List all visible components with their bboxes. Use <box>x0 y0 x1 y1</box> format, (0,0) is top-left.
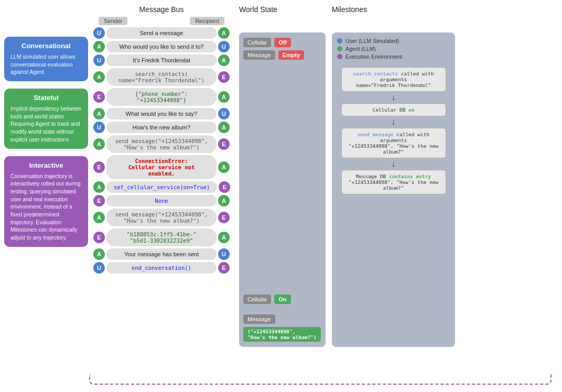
left-avatar-7: A <box>93 138 105 150</box>
world-state-content: Cellular Off Message Empty Cellular On M… <box>239 32 326 347</box>
left-avatar-8: E <box>93 161 105 173</box>
left-avatar-12: E <box>93 232 105 243</box>
milestones-title: Milestones <box>332 5 367 14</box>
legend-item-2: Execution Environment <box>337 53 450 60</box>
left-avatar-10: E <box>93 195 105 206</box>
ws-message-label-final: Message <box>243 314 275 324</box>
right-avatar-10: A <box>218 195 230 206</box>
ws-cellular-label-initial: Cellular <box>243 38 271 47</box>
left-avatar-13: A <box>93 248 105 260</box>
conversational-box: Conversational LLM simulated user allows… <box>4 37 88 81</box>
message-bubble-7: send_message("+12453344098", "How's the … <box>106 135 217 153</box>
message-row-9: Aset_cellular_service(on=True)E <box>93 181 230 193</box>
legend-item-1: Agent (LLM) <box>337 46 450 52</box>
right-avatar-5: U <box>218 108 230 119</box>
left-avatar-14: U <box>93 262 105 274</box>
legend-label-0: User (LLM Simulated) <box>345 38 399 44</box>
right-avatar-12: A <box>218 232 230 243</box>
message-row-13: AYour message has been sentU <box>93 248 230 260</box>
message-row-14: Uend_conversation()E <box>93 262 230 274</box>
ws-row-final: Message ("+12453344098", "How's the new … <box>243 314 321 342</box>
milestone-node-1: Cellular DB on <box>341 103 446 116</box>
ws-row-mid: Cellular On <box>243 295 321 304</box>
main-container: Conversational LLM simulated user allows… <box>0 0 562 392</box>
right-avatar-8: A <box>218 161 230 173</box>
left-avatar-3: A <box>93 71 105 83</box>
legend-dot-green <box>337 46 342 51</box>
stateful-title: Stateful <box>10 94 82 102</box>
ws-message-label-initial: Message <box>243 50 275 60</box>
legend-item-0: User (LLM Simulated) <box>337 38 450 44</box>
right-avatar-0: A <box>218 27 230 39</box>
legend-dot-purple <box>337 54 342 59</box>
ws-message-value-initial: Empty <box>278 50 305 60</box>
milestones-content: User (LLM Simulated)Agent (LLM)Execution… <box>332 32 455 347</box>
message-bubble-9: set_cellular_service(on=True) <box>106 181 217 193</box>
message-row-8: EConnectionError: Cellular service not e… <box>93 155 230 179</box>
message-bubble-6: How's the new album? <box>106 122 217 133</box>
right-avatar-6: A <box>218 122 230 133</box>
message-bubble-14: end_conversation() <box>106 262 217 274</box>
message-row-5: AWhat would you like to say?U <box>93 108 230 119</box>
left-avatar-6: U <box>93 122 105 133</box>
recipient-label: Recipient <box>190 17 224 25</box>
sender-recipient-row: Sender Recipient <box>99 17 224 25</box>
left-avatar-0: U <box>93 27 105 39</box>
message-bubble-3: search_contacts( name="Fredrik Thordenda… <box>106 68 217 86</box>
message-bubble-5: What would you like to say? <box>106 108 217 119</box>
right-avatar-9: E <box>219 181 230 193</box>
left-avatar-2: U <box>93 55 105 66</box>
ws-cellular-value-initial: Off <box>274 38 291 47</box>
message-row-6: UHow's the new album?A <box>93 122 230 133</box>
message-row-1: AWho would you like to send it to?U <box>93 41 230 52</box>
message-row-3: Asearch_contacts( name="Fredrik Thordend… <box>93 68 230 86</box>
message-bubble-13: Your message has been sent <box>106 248 217 260</box>
conversational-title: Conversational <box>10 42 82 50</box>
left-avatar-4: E <box>93 91 105 103</box>
milestone-arrow-0: ↓ <box>392 92 396 103</box>
message-row-10: ENoneA <box>93 195 230 206</box>
sender-label: Sender <box>99 17 127 25</box>
stateful-text: Implicit dependency between tools and wo… <box>10 105 82 143</box>
message-bubble-10: None <box>106 195 217 206</box>
ws-cellular-value-mid: On <box>274 295 290 304</box>
message-bubble-1: Who would you like to send it to? <box>106 41 217 52</box>
message-row-11: Asend_message("+12453344098", "How's the… <box>93 209 230 226</box>
message-bubble-0: Send a message <box>106 27 217 39</box>
left-avatar-5: A <box>93 108 105 119</box>
milestones-panel: Milestones User (LLM Simulated)Agent (LL… <box>327 5 455 387</box>
left-panel: Conversational LLM simulated user allows… <box>4 5 88 387</box>
right-avatar-2: A <box>218 55 230 66</box>
milestone-node-3: Message DB contains entry "+12453344098"… <box>341 170 446 194</box>
legend-dot-blue <box>337 38 342 43</box>
message-row-12: E"b188053c-1ff5-41be-" "b5d1-3302832232e… <box>93 228 230 246</box>
left-avatar-9: A <box>93 181 105 193</box>
milestone-arrow-1: ↓ <box>392 116 396 128</box>
interactive-box: Interactive Conversation trajectory is i… <box>4 156 88 247</box>
right-avatar-1: U <box>218 41 230 52</box>
legend: User (LLM Simulated)Agent (LLM)Execution… <box>337 38 450 60</box>
right-avatar-11: E <box>218 212 230 223</box>
message-bubble-12: "b188053c-1ff5-41be-" "b5d1-3302832232e9… <box>106 228 217 246</box>
right-avatar-4: A <box>218 91 230 103</box>
right-avatar-13: U <box>218 248 230 260</box>
right-avatar-14: E <box>218 262 230 274</box>
message-row-4: E{"phone_number": "+12453344098"}A <box>93 88 230 106</box>
world-state-title: World State <box>239 5 277 14</box>
ws-message-value-final: ("+12453344098", "How's the new album?") <box>243 327 321 342</box>
legend-label-2: Execution Environment <box>345 53 402 60</box>
right-avatar-3: E <box>218 71 230 83</box>
left-avatar-1: A <box>93 41 105 52</box>
message-bubble-4: {"phone_number": "+12453344098"} <box>106 88 217 106</box>
message-row-7: Asend_message("+12453344098", "How's the… <box>93 135 230 153</box>
message-bubble-11: send_message("+12453344098", "How's the … <box>106 209 217 226</box>
milestone-node-0: search_contacts called with argumentsnam… <box>341 67 446 92</box>
message-list: USend a messageAAWho would you like to s… <box>93 27 230 274</box>
message-bus-panel: Message Bus Sender Recipient USend a mes… <box>88 5 235 387</box>
message-row-2: UIt's Fredrik ThordendalA <box>93 55 230 66</box>
conversational-text: LLM simulated user allows conversational… <box>10 53 82 76</box>
ws-row-initial: Cellular Off Message Empty <box>243 38 321 60</box>
stateful-box: Stateful Implicit dependency between too… <box>4 89 88 148</box>
message-bus-title: Message Bus <box>139 5 184 14</box>
milestone-arrow-2: ↓ <box>392 158 396 170</box>
